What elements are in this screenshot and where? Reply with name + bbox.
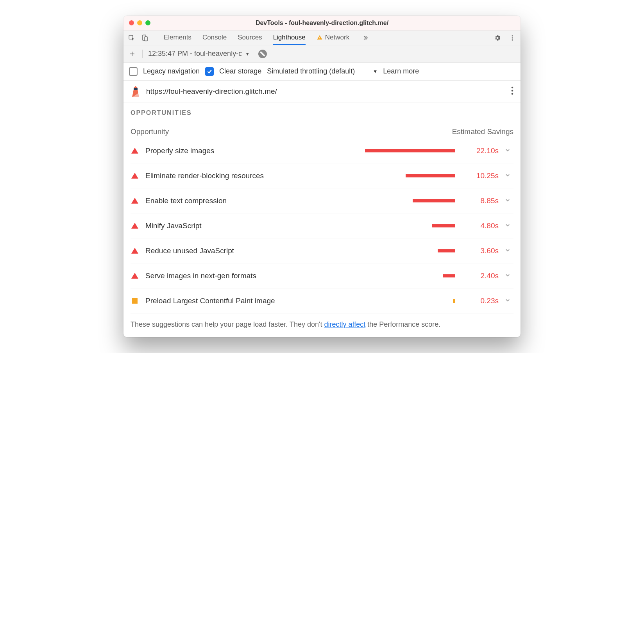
lighthouse-icon (131, 86, 141, 97)
column-headers: Opportunity Estimated Savings (131, 127, 513, 136)
footnote-suffix: the Performance score. (365, 320, 440, 328)
learn-more-link[interactable]: Learn more (383, 67, 419, 75)
chevron-down-icon[interactable] (505, 247, 513, 254)
section-title: OPPORTUNITIES (131, 109, 513, 116)
legacy-navigation-checkbox[interactable] (129, 67, 138, 76)
svg-rect-8 (134, 88, 138, 90)
svg-point-7 (512, 39, 513, 40)
legacy-navigation-label: Legacy navigation (143, 67, 200, 75)
fail-triangle-icon (131, 148, 139, 154)
chevron-down-icon[interactable] (505, 297, 513, 304)
more-tabs-icon[interactable] (360, 33, 370, 43)
report-selector-label: 12:35:47 PM - foul-heavenly-c (148, 50, 242, 58)
divider (155, 34, 155, 42)
savings-bar-wrap (281, 299, 457, 303)
titlebar: DevTools - foul-heavenly-direction.glitc… (123, 16, 521, 30)
chevron-down-icon[interactable] (505, 147, 513, 154)
svg-point-10 (512, 89, 513, 91)
opportunity-row[interactable]: Minify JavaScript4.80s (131, 213, 513, 238)
clear-storage-checkbox[interactable] (205, 67, 214, 76)
savings-value: 4.80s (463, 222, 499, 230)
throttling-label: Simulated throttling (default) (267, 67, 355, 75)
clear-storage-label: Clear storage (219, 67, 261, 75)
footnote-prefix: These suggestions can help your page loa… (131, 320, 324, 328)
savings-value: 8.85s (463, 197, 499, 205)
opportunity-rows: Properly size images22.10sEliminate rend… (131, 138, 513, 313)
chevron-down-icon[interactable] (505, 197, 513, 204)
savings-bar-wrap (208, 224, 457, 227)
tab-sources[interactable]: Sources (238, 30, 262, 45)
svg-rect-4 (319, 38, 320, 39)
savings-bar (413, 199, 455, 202)
savings-bar (438, 249, 455, 252)
panel-tabs: Elements Console Sources Lighthouse Netw… (164, 30, 370, 45)
chevron-down-icon[interactable] (505, 272, 513, 279)
tab-lighthouse[interactable]: Lighthouse (273, 30, 306, 45)
svg-point-9 (512, 86, 513, 88)
savings-bar (406, 174, 455, 177)
opportunity-label: Eliminate render-blocking resources (145, 172, 264, 180)
opportunity-row[interactable]: Reduce unused JavaScript3.60s (131, 238, 513, 263)
tab-console[interactable]: Console (202, 30, 227, 45)
fail-triangle-icon (131, 223, 139, 229)
savings-value: 2.40s (463, 272, 499, 280)
devtools-window: DevTools - foul-heavenly-direction.glitc… (123, 16, 521, 337)
col-savings: Estimated Savings (452, 127, 513, 136)
svg-rect-2 (145, 37, 147, 41)
savings-bar (365, 149, 455, 152)
lighthouse-settings-bar: Legacy navigation Clear storage Simulate… (123, 63, 521, 80)
tab-label: Console (202, 34, 227, 41)
opportunity-label: Serve images in next-gen formats (145, 272, 256, 280)
svg-point-11 (512, 93, 513, 95)
inspect-element-icon[interactable] (127, 33, 137, 43)
devtools-tabstrip: Elements Console Sources Lighthouse Netw… (123, 30, 521, 45)
report-url-bar: https://foul-heavenly-direction.glitch.m… (123, 80, 521, 102)
col-opportunity: Opportunity (131, 127, 169, 136)
opportunity-row[interactable]: Properly size images22.10s (131, 138, 513, 163)
savings-bar (453, 299, 455, 303)
chevron-down-icon[interactable] (505, 222, 513, 229)
opportunity-row[interactable]: Enable text compression8.85s (131, 188, 513, 213)
tab-label: Elements (164, 34, 191, 41)
report-menu-icon[interactable] (511, 86, 513, 97)
opportunity-label: Minify JavaScript (145, 222, 202, 230)
savings-value: 3.60s (463, 247, 499, 255)
savings-bar-wrap (263, 274, 457, 277)
chevron-down-icon[interactable] (505, 172, 513, 179)
savings-bar-wrap (233, 199, 457, 202)
tab-label: Sources (238, 34, 262, 41)
new-report-button[interactable]: + (127, 48, 137, 59)
opportunity-row[interactable]: Preload Largest Contentful Paint image0.… (131, 288, 513, 313)
savings-bar-wrap (240, 249, 457, 252)
warning-icon (317, 34, 323, 41)
tab-label: Lighthouse (273, 34, 306, 41)
opportunity-label: Enable text compression (145, 197, 227, 205)
savings-bar (443, 274, 455, 277)
tab-label: Network (325, 34, 349, 41)
svg-rect-3 (319, 37, 320, 38)
settings-icon[interactable] (492, 33, 503, 43)
opportunities-section: OPPORTUNITIES Opportunity Estimated Savi… (123, 102, 521, 337)
savings-bar-wrap (270, 174, 457, 177)
tab-elements[interactable]: Elements (164, 30, 191, 45)
lighthouse-toolbar: + 12:35:47 PM - foul-heavenly-c ▼ (123, 45, 521, 63)
device-toolbar-icon[interactable] (140, 33, 150, 43)
throttling-dropdown-icon[interactable]: ▼ (373, 69, 377, 74)
report-url: https://foul-heavenly-direction.glitch.m… (146, 87, 277, 96)
divider (486, 34, 486, 42)
savings-value: 10.25s (463, 172, 499, 180)
opportunity-label: Preload Largest Contentful Paint image (145, 297, 275, 305)
svg-point-6 (512, 37, 513, 38)
svg-point-5 (512, 35, 513, 36)
fail-triangle-icon (131, 273, 139, 279)
opportunity-row[interactable]: Serve images in next-gen formats2.40s (131, 263, 513, 288)
savings-value: 22.10s (463, 147, 499, 155)
report-selector[interactable]: 12:35:47 PM - foul-heavenly-c ▼ (142, 50, 250, 58)
footnote-link[interactable]: directly affect (324, 320, 365, 328)
tab-network[interactable]: Network (317, 30, 349, 45)
clear-all-icon[interactable] (258, 50, 267, 58)
savings-value: 0.23s (463, 297, 499, 305)
opportunity-label: Properly size images (145, 147, 214, 155)
opportunity-row[interactable]: Eliminate render-blocking resources10.25… (131, 163, 513, 188)
kebab-menu-icon[interactable] (507, 33, 517, 43)
